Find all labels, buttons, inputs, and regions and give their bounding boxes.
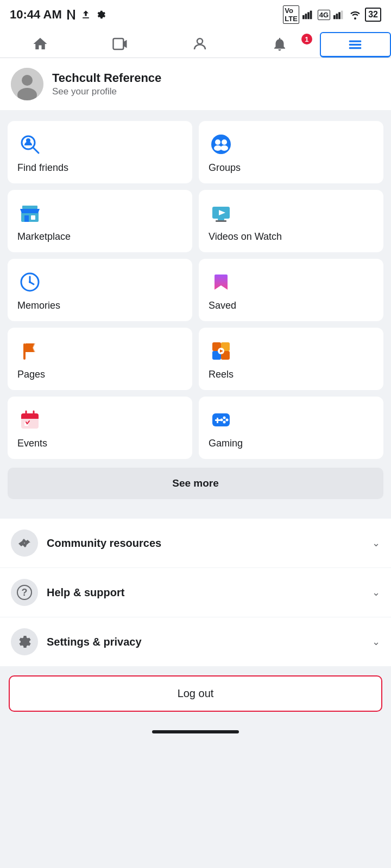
svg-rect-12 — [349, 47, 362, 49]
events-icon — [17, 407, 42, 432]
gaming-label: Gaming — [209, 438, 374, 449]
svg-rect-26 — [31, 215, 35, 220]
menu-icon — [347, 36, 363, 53]
memories-card[interactable]: Memories — [8, 259, 192, 321]
n-icon — [66, 9, 76, 21]
reels-label: Reels — [209, 369, 374, 380]
community-resources-item[interactable]: Community resources ⌄ — [0, 519, 391, 568]
svg-point-52 — [226, 419, 229, 422]
memories-label: Memories — [17, 300, 182, 311]
find-friends-card[interactable]: Find friends — [8, 121, 192, 183]
home-bar — [152, 730, 239, 733]
profile-nav-icon — [192, 36, 208, 52]
4g-icon: 4G — [318, 10, 330, 20]
reels-icon — [209, 339, 234, 363]
logout-button[interactable]: Log out — [9, 675, 382, 712]
svg-point-33 — [29, 281, 31, 283]
marketplace-card[interactable]: Marketplace — [8, 190, 192, 252]
profile-subtitle: See your profile — [52, 86, 161, 97]
profile-section[interactable]: Techcult Reference See your profile — [0, 58, 391, 110]
profile-info: Techcult Reference See your profile — [52, 71, 161, 97]
groups-card[interactable]: Groups — [199, 121, 383, 183]
settings-gear-icon — [11, 628, 38, 655]
grid-row-3: Memories Saved — [8, 259, 383, 321]
svg-rect-8 — [113, 39, 123, 49]
logout-section: Log out — [0, 667, 391, 725]
svg-rect-3 — [310, 11, 312, 20]
status-bar: 10:44 AM VoLTE 4G 32 — [0, 0, 391, 27]
signal-icon — [302, 10, 314, 20]
home-indicator — [0, 725, 391, 742]
svg-rect-31 — [216, 220, 226, 222]
handshake-icon — [11, 529, 38, 557]
marketplace-icon — [17, 201, 42, 226]
groups-icon — [209, 132, 234, 157]
svg-point-21 — [222, 139, 227, 145]
svg-rect-25 — [24, 215, 29, 222]
grid-row-2: Marketplace Videos on Watch — [8, 190, 383, 252]
marketplace-label: Marketplace — [17, 231, 182, 242]
saved-icon — [209, 270, 234, 295]
nav-home[interactable] — [0, 31, 80, 58]
settings-chevron: ⌄ — [372, 636, 380, 648]
grid-row-4: Pages Reels — [8, 328, 383, 390]
svg-rect-0 — [302, 15, 305, 19]
profile-name: Techcult Reference — [52, 71, 161, 85]
community-resources-label: Community resources — [47, 537, 372, 550]
svg-line-18 — [33, 148, 39, 153]
settings-status-icon — [96, 9, 106, 20]
svg-rect-7 — [341, 11, 343, 20]
gaming-icon — [209, 407, 234, 432]
svg-rect-50 — [217, 418, 218, 423]
reels-card[interactable]: Reels — [199, 328, 383, 390]
see-more-button[interactable]: See more — [8, 468, 383, 499]
memories-icon — [17, 270, 42, 295]
nav-menu[interactable] — [320, 32, 391, 58]
nav-profile[interactable] — [160, 31, 239, 58]
svg-rect-24 — [21, 212, 39, 222]
wifi-icon — [349, 10, 362, 20]
events-card[interactable]: Events — [8, 397, 192, 459]
signal2-icon — [333, 10, 345, 20]
grid-container: Find friends Groups — [0, 116, 391, 513]
pages-icon — [17, 339, 42, 363]
bell-icon — [272, 36, 288, 52]
settings-privacy-item[interactable]: Settings & privacy ⌄ — [0, 617, 391, 667]
help-support-item[interactable]: ? Help & support ⌄ — [0, 568, 391, 617]
pages-label: Pages — [17, 369, 182, 380]
svg-rect-27 — [22, 206, 37, 209]
videos-watch-label: Videos on Watch — [209, 231, 374, 242]
battery-indicator: 32 — [365, 8, 381, 22]
svg-rect-34 — [23, 343, 26, 360]
svg-point-9 — [197, 39, 203, 44]
saved-card[interactable]: Saved — [199, 259, 383, 321]
upload-icon — [80, 9, 91, 21]
videos-watch-card[interactable]: Videos on Watch — [199, 190, 383, 252]
grid-row-5: Events Gaming — [8, 397, 383, 459]
svg-text:?: ? — [22, 587, 28, 598]
svg-point-22 — [214, 145, 222, 151]
groups-label: Groups — [209, 162, 374, 174]
help-icon: ? — [11, 579, 38, 606]
svg-rect-1 — [305, 14, 307, 19]
video-nav-icon — [112, 36, 128, 52]
svg-rect-11 — [349, 43, 362, 45]
nav-notifications[interactable]: 1 — [240, 31, 320, 58]
accordion-section: Community resources ⌄ ? Help & support ⌄… — [0, 519, 391, 667]
home-icon — [32, 36, 48, 52]
nav-video[interactable] — [80, 31, 160, 58]
svg-point-14 — [22, 75, 33, 86]
pages-card[interactable]: Pages — [8, 328, 192, 390]
gaming-card[interactable]: Gaming — [199, 397, 383, 459]
find-friends-icon — [17, 132, 42, 157]
nav-bar: 1 — [0, 27, 391, 58]
community-chevron: ⌄ — [372, 537, 380, 549]
svg-point-20 — [215, 139, 220, 145]
svg-point-23 — [220, 145, 228, 151]
volte-icon: VoLTE — [283, 5, 299, 24]
svg-rect-2 — [307, 12, 310, 19]
svg-point-19 — [211, 135, 231, 154]
svg-point-51 — [223, 417, 226, 419]
time: 10:44 AM — [10, 8, 62, 22]
svg-rect-4 — [333, 15, 336, 19]
